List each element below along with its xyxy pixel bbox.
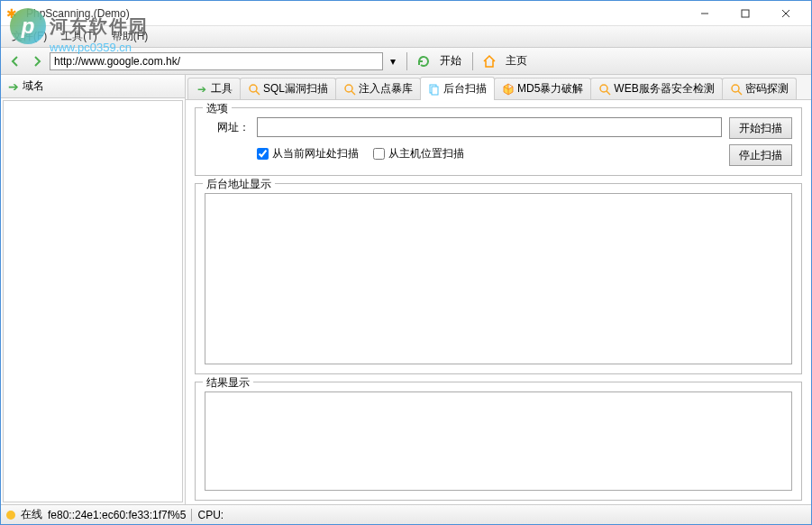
svg-line-11	[607, 91, 610, 95]
left-panel: ➔ 域名	[1, 75, 186, 504]
status-cpu-label: CPU:	[197, 509, 224, 521]
options-legend: 选项	[203, 101, 232, 116]
home-button[interactable]: 主页	[502, 53, 531, 69]
tab-label: 注入点暴库	[359, 81, 413, 97]
toolbar: ▾ 开始 主页	[1, 48, 811, 75]
menu-file[interactable]: 文件(F)	[5, 27, 54, 46]
tab-label: SQL漏洞扫描	[263, 81, 328, 97]
refresh-icon[interactable]	[415, 52, 433, 70]
url-field[interactable]	[50, 52, 383, 70]
addr-display-legend: 后台地址显示	[203, 177, 275, 192]
svg-point-12	[732, 85, 739, 92]
scan-url-input[interactable]	[257, 117, 722, 137]
chk-host-position-box[interactable]	[373, 148, 385, 160]
tab-label: WEB服务器安全检测	[614, 81, 714, 97]
url-label: 网址：	[205, 120, 250, 135]
magnifier-icon	[598, 83, 611, 96]
tab-label: 工具	[211, 81, 233, 97]
results-box[interactable]	[205, 391, 792, 491]
tab-pwd-detect[interactable]: 密码探测	[722, 78, 797, 99]
window-title: PhpScanning.(Demo)	[26, 7, 684, 20]
tab-sql-vuln[interactable]: SQL漏洞扫描	[240, 78, 336, 99]
domain-list[interactable]	[3, 100, 183, 502]
back-icon[interactable]	[6, 52, 24, 70]
start-scan-button[interactable]: 开始扫描	[729, 117, 792, 139]
tab-label: 后台扫描	[443, 81, 487, 97]
tab-label: MD5暴力破解	[517, 81, 583, 97]
results-group: 结果显示	[195, 382, 802, 501]
home-icon[interactable]	[480, 52, 498, 70]
close-button[interactable]	[765, 1, 806, 26]
magnifier-icon	[343, 83, 356, 96]
minimize-button[interactable]	[684, 1, 725, 26]
status-ip: fe80::24e1:ec60:fe33:1f7f%5	[48, 509, 186, 521]
chk-current-url[interactable]: 从当前网址处扫描	[257, 146, 359, 161]
left-tab-domain[interactable]: ➔ 域名	[1, 75, 185, 98]
page-icon	[428, 83, 441, 96]
status-online: 在线	[21, 507, 42, 522]
cube-icon	[502, 83, 515, 96]
chk-host-position[interactable]: 从主机位置扫描	[373, 146, 464, 161]
tab-strip: ➔ 工具 SQL漏洞扫描 注入点暴库	[186, 75, 811, 100]
tab-web-security[interactable]: WEB服务器安全检测	[590, 78, 722, 99]
menu-tools[interactable]: 工具(T)	[54, 27, 104, 46]
statusbar: 在线 fe80::24e1:ec60:fe33:1f7f%5 CPU:	[1, 504, 811, 524]
titlebar: ✱ PhpScanning.(Demo)	[1, 1, 811, 26]
options-group: 选项 网址： 从当前网址处扫描	[195, 107, 802, 176]
start-button[interactable]: 开始	[436, 53, 465, 69]
svg-point-6	[345, 85, 352, 92]
arrow-right-icon: ➔	[196, 83, 208, 96]
tab-md5-brute[interactable]: MD5暴力破解	[494, 78, 591, 99]
left-tab-label: 域名	[23, 78, 44, 94]
stop-scan-button[interactable]: 停止扫描	[729, 144, 792, 166]
svg-line-7	[351, 91, 355, 95]
tab-inject-dump[interactable]: 注入点暴库	[335, 78, 421, 99]
app-icon: ✱	[6, 6, 21, 21]
tab-label: 密码探测	[745, 81, 789, 97]
svg-rect-9	[432, 87, 438, 95]
svg-rect-1	[742, 10, 749, 17]
arrow-right-icon: ➔	[8, 79, 19, 94]
forward-icon[interactable]	[28, 52, 46, 70]
svg-point-10	[600, 85, 607, 92]
tab-tools[interactable]: ➔ 工具	[187, 78, 241, 99]
status-dot-icon	[6, 511, 15, 520]
addr-display-group: 后台地址显示	[195, 183, 802, 374]
tab-content: 选项 网址： 从当前网址处扫描	[186, 100, 811, 504]
svg-line-13	[738, 91, 742, 95]
tab-backend-scan[interactable]: 后台扫描	[420, 77, 495, 100]
magnifier-icon	[730, 83, 743, 96]
menubar: 文件(F) 工具(T) 帮助(H)	[1, 26, 811, 48]
magnifier-icon	[248, 83, 260, 96]
chk-current-url-box[interactable]	[257, 148, 269, 160]
menu-help[interactable]: 帮助(H)	[105, 27, 156, 46]
addr-display-box[interactable]	[205, 193, 792, 364]
svg-line-5	[256, 91, 260, 95]
results-legend: 结果显示	[203, 375, 253, 391]
svg-point-4	[250, 85, 257, 92]
maximize-button[interactable]	[725, 1, 765, 26]
url-dropdown-icon[interactable]: ▾	[387, 55, 399, 68]
